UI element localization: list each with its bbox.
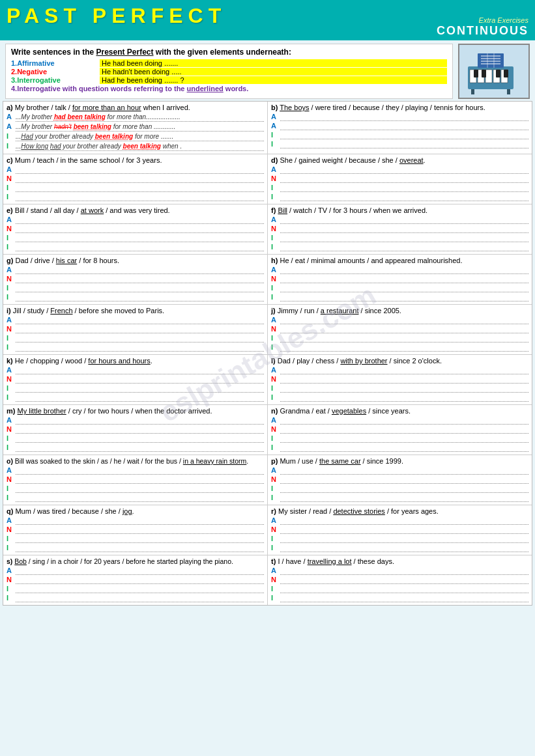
line-q-a: [16, 516, 264, 525]
exercise-n-prompt: n) Grandma / eat / vegetables / since ye…: [271, 407, 528, 415]
line-i-n: [16, 325, 264, 333]
line-l-n: [280, 375, 528, 384]
line-n-n: [280, 425, 528, 434]
line-c-i1: [16, 184, 264, 192]
lbl-e-n: N: [7, 225, 16, 233]
lbl-i-i1: I: [7, 334, 16, 343]
exercise-l-prompt: l) Dad / play / chess / with by brother …: [271, 357, 528, 365]
line-p-i2: [280, 494, 528, 502]
row-d-n: N: [271, 175, 528, 183]
lbl-m-n: N: [7, 425, 16, 434]
lbl-r-a: A: [271, 516, 280, 525]
lbl-k-a: A: [7, 366, 16, 374]
exercise-q-prompt: q) Mum / was tired / because / she / jog…: [7, 507, 264, 515]
lbl-c-i1: I: [7, 184, 16, 192]
label-i2: I: [7, 142, 16, 150]
answer-b-a: A: [271, 113, 528, 121]
label-i: I: [7, 132, 16, 140]
lbl-k-i1: I: [7, 384, 16, 393]
exercise-h-prompt: h) He / eat / minimal amounts / and appe…: [271, 257, 528, 264]
exercise-r: r) My sister / read / detective stories …: [268, 505, 532, 555]
line-f-i2: [280, 243, 528, 251]
line-t-n: [280, 576, 528, 584]
exercise-a: a) My brother / talk / for more than an …: [3, 102, 268, 154]
legend-question-words: 4.Interrogative with question words refe…: [11, 85, 447, 92]
lbl-k-n: N: [7, 375, 16, 384]
line-n-a: [280, 416, 528, 425]
line-o-a: [16, 466, 264, 475]
illustration: [458, 44, 530, 99]
line-h-a: [280, 266, 528, 274]
lbl-t-n: N: [271, 576, 280, 584]
piano-svg: [465, 47, 523, 96]
lbl-s-i1: I: [7, 585, 16, 593]
lbl-s-a: A: [7, 567, 16, 575]
exercise-h: h) He / eat / minimal amounts / and appe…: [268, 255, 532, 305]
svg-rect-6: [474, 70, 478, 77]
lbl-m-i1: I: [7, 434, 16, 443]
answer-b-a2: A: [271, 122, 528, 130]
line-p-n: [280, 475, 528, 484]
legend: 1.Affirmative He had been doing ....... …: [11, 59, 447, 92]
line-k-n: [16, 375, 264, 384]
lbl-h-a: A: [271, 266, 280, 274]
line-d-i2: [280, 193, 528, 201]
lbl-g-i2: I: [7, 293, 16, 301]
line-e-n: [16, 225, 264, 233]
table-row: i) Jill / study / French / before she mo…: [3, 305, 532, 355]
lbl-i-n: N: [7, 325, 16, 333]
line-h-i1: [280, 284, 528, 292]
line-m-i2: [16, 443, 264, 452]
lbl-d-n: N: [271, 175, 280, 183]
lbl-r-i2: I: [271, 544, 280, 552]
legend-inter-example: Had he been doing ....... ?: [100, 76, 447, 84]
lbl-n-i1: I: [271, 434, 280, 443]
lbl-c-a: A: [7, 165, 16, 174]
line-j-a: [280, 316, 528, 324]
table-row: q) Mum / was tired / because / she / jog…: [3, 505, 532, 555]
table-row: e) Bill / stand / all day / at work / an…: [3, 204, 532, 255]
answer-row-a-affirm: A ...My brother had been talking for mor…: [7, 113, 264, 122]
lbl-t-i1: I: [271, 585, 280, 593]
lbl-f-n: N: [271, 225, 280, 233]
line-j-i2: [280, 343, 528, 352]
lbl-e-i1: I: [7, 234, 16, 242]
line-q-i1: [16, 535, 264, 543]
label-a: A: [7, 113, 16, 120]
exercise-b: b) The boys / were tired / because / the…: [268, 102, 532, 154]
line-o-i1: [16, 484, 264, 493]
exercise-c: c) Mum / teach / in the same school / fo…: [3, 154, 268, 204]
lbl-l-a: A: [271, 366, 280, 374]
answer-row-a-neg: A ...My brother hadn't been talking for …: [7, 122, 264, 132]
exercise-e: e) Bill / stand / all day / at work / an…: [3, 204, 268, 255]
lbl-d-a: A: [271, 165, 280, 174]
answer-b-i: I: [271, 131, 528, 139]
line-s-n: [16, 576, 264, 584]
exercise-s-prompt: s) Bob / sing / in a choir / for 20 year…: [7, 557, 264, 565]
line-j-i1: [280, 334, 528, 343]
instructions-title: Write sentences in the Present Perfect w…: [11, 48, 447, 57]
exercise-d: d) She / gained weight / because / she /…: [268, 154, 532, 204]
exercise-g: g) Dad / drive / his car / for 8 hours. …: [3, 255, 268, 305]
label-b-a: A: [271, 113, 280, 121]
line-s-a: [16, 567, 264, 575]
lbl-h-n: N: [271, 275, 280, 283]
lbl-p-i1: I: [271, 484, 280, 493]
line-p-a: [280, 466, 528, 475]
lbl-j-i1: I: [271, 334, 280, 343]
lbl-o-i1: I: [7, 484, 16, 493]
lbl-f-a: A: [271, 216, 280, 224]
line-i-a: [16, 316, 264, 324]
lbl-h-i2: I: [271, 293, 280, 301]
line-q-i2: [16, 544, 264, 552]
line-n-i1: [280, 434, 528, 443]
row-d-i1: I: [271, 184, 528, 192]
lbl-l-i1: I: [271, 384, 280, 393]
lbl-t-i2: I: [271, 594, 280, 602]
label-b-a2: A: [271, 122, 280, 130]
svg-rect-11: [507, 89, 510, 94]
line-g-i1: [16, 284, 264, 292]
lbl-r-i1: I: [271, 535, 280, 543]
answer-row-a-inter: I ...Had your brother already been talki…: [7, 132, 264, 141]
page: PAST PERFECT Extra Exercises CONTINUOUS …: [0, 0, 535, 606]
